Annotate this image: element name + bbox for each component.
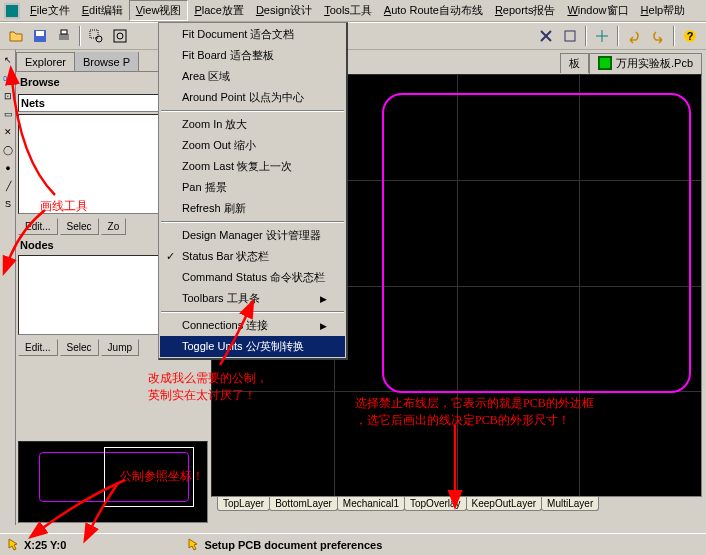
nets-edit-button[interactable]: Edit...	[18, 218, 58, 235]
svg-rect-14	[600, 58, 610, 68]
nodes-jump-button[interactable]: Jump	[101, 339, 139, 356]
layer-tab-multi[interactable]: MultiLayer	[541, 497, 599, 511]
pointer-icon	[186, 537, 200, 553]
status-hint: Setup PCB document preferences	[204, 539, 382, 551]
via-tool-icon[interactable]: ●	[1, 160, 15, 176]
side-toolbar: ↖ 0,0 ⊡ ▭ ✕ ◯ ● ╱ S	[0, 50, 16, 525]
menu-toolbars[interactable]: Toolbars 工具条▶	[160, 288, 345, 309]
save-icon[interactable]	[29, 25, 51, 47]
cross-icon[interactable]	[591, 25, 613, 47]
menu-pan[interactable]: Pan 摇景	[160, 177, 345, 198]
zoom-fit-icon[interactable]	[109, 25, 131, 47]
origin-tool-icon[interactable]: 0,0	[1, 70, 15, 86]
nets-select-button[interactable]: Selec	[60, 218, 99, 235]
menu-file[interactable]: File文件	[24, 1, 76, 20]
doc-tab-2[interactable]: 万用实验板.Pcb	[589, 53, 702, 74]
help-icon[interactable]: ?	[679, 25, 701, 47]
menu-refresh[interactable]: Refresh 刷新	[160, 198, 345, 219]
layer-tab-topoverlay[interactable]: TopOverlay	[404, 497, 467, 511]
pcb-outline	[382, 93, 691, 393]
s-tool-icon[interactable]: S	[1, 196, 15, 212]
nets-zoom-button[interactable]: Zo	[101, 218, 127, 235]
svg-rect-8	[114, 30, 126, 42]
menu-autoroute[interactable]: Auto Route自动布线	[378, 1, 489, 20]
zoom-area-icon[interactable]	[85, 25, 107, 47]
menu-view[interactable]: View视图	[129, 0, 189, 21]
line-tool-icon[interactable]: ╱	[1, 178, 15, 194]
menu-tools[interactable]: Tools工具	[318, 1, 378, 20]
layer-tab-bottom[interactable]: BottomLayer	[269, 497, 338, 511]
menu-edit[interactable]: Edit编辑	[76, 1, 129, 20]
menu-place[interactable]: Place放置	[188, 1, 250, 20]
menu-status-bar[interactable]: ✓Status Bar 状态栏	[160, 246, 345, 267]
menu-fit-board[interactable]: Fit Board 适合整板	[160, 45, 345, 66]
app-icon	[4, 3, 20, 19]
cross-tool-icon[interactable]: ✕	[1, 124, 15, 140]
layer-tab-keepout[interactable]: KeepOutLayer	[466, 497, 543, 511]
tab-browse[interactable]: Browse P	[74, 52, 139, 71]
menu-around-point[interactable]: Around Point 以点为中心	[160, 87, 345, 108]
undo-icon[interactable]	[623, 25, 645, 47]
svg-text:?: ?	[687, 30, 694, 42]
menu-connections[interactable]: Connections 连接▶	[160, 315, 345, 336]
toolbar: ?	[0, 22, 706, 50]
svg-rect-4	[59, 34, 69, 40]
print-icon[interactable]	[53, 25, 75, 47]
svg-rect-10	[565, 31, 575, 41]
minimap[interactable]	[18, 441, 208, 523]
submenu-arrow-icon: ▶	[320, 321, 327, 331]
pointer-icon	[6, 537, 20, 553]
status-coords: X:25 Y:0	[24, 539, 66, 551]
menu-reports[interactable]: Reports报告	[489, 1, 562, 20]
component-tool-icon[interactable]: ▭	[1, 106, 15, 122]
statusbar: X:25 Y:0 Setup PCB document preferences	[0, 533, 706, 555]
arrow-tool-icon[interactable]: ↖	[1, 52, 15, 68]
tab-explorer[interactable]: Explorer	[16, 52, 75, 71]
menu-zoom-out[interactable]: Zoom Out 缩小	[160, 135, 345, 156]
menu-command-status[interactable]: Command Status 命令状态栏	[160, 267, 345, 288]
svg-rect-3	[36, 31, 44, 36]
svg-point-7	[96, 36, 102, 42]
menu-design-manager[interactable]: Design Manager 设计管理器	[160, 225, 345, 246]
redo-icon[interactable]	[647, 25, 669, 47]
menu-zoom-in[interactable]: Zoom In 放大	[160, 114, 345, 135]
open-icon[interactable]	[5, 25, 27, 47]
pcb-file-icon	[598, 56, 612, 72]
layer-tab-top[interactable]: TopLayer	[217, 497, 270, 511]
layer-tabs: TopLayer BottomLayer Mechanical1 TopOver…	[211, 497, 702, 515]
menu-area[interactable]: Area 区域	[160, 66, 345, 87]
pad-tool-icon[interactable]: ◯	[1, 142, 15, 158]
menu-help[interactable]: Help帮助	[635, 1, 692, 20]
menu-fit-document[interactable]: Fit Document 适合文档	[160, 24, 345, 45]
svg-rect-1	[6, 5, 18, 17]
svg-rect-5	[61, 30, 67, 34]
svg-point-9	[117, 33, 123, 39]
check-icon: ✓	[166, 250, 175, 263]
view-dropdown: Fit Document 适合文档 Fit Board 适合整板 Area 区域…	[158, 22, 348, 360]
menu-design[interactable]: Design设计	[250, 1, 318, 20]
nodes-edit-button[interactable]: Edit...	[18, 339, 58, 356]
zoom-window-tool-icon[interactable]: ⊡	[1, 88, 15, 104]
tool-icon-1[interactable]	[535, 25, 557, 47]
menu-toggle-units[interactable]: Toggle Units 公/英制转换	[160, 336, 345, 357]
menu-zoom-last[interactable]: Zoom Last 恢复上一次	[160, 156, 345, 177]
tool-icon-2[interactable]	[559, 25, 581, 47]
menubar: File文件 Edit编辑 View视图 Place放置 Design设计 To…	[0, 0, 706, 22]
nodes-select-button[interactable]: Selec	[60, 339, 99, 356]
doc-tab-1[interactable]: 板	[560, 53, 589, 73]
menu-window[interactable]: Window窗口	[561, 1, 634, 20]
layer-tab-mechanical[interactable]: Mechanical1	[337, 497, 405, 511]
submenu-arrow-icon: ▶	[320, 294, 327, 304]
